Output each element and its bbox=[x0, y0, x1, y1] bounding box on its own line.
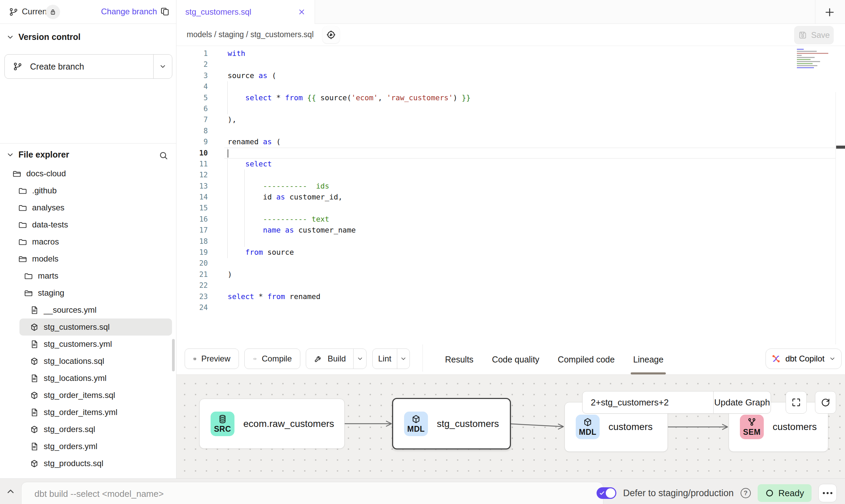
folder-open-icon bbox=[18, 254, 27, 264]
code-line[interactable]: 3source as ( bbox=[176, 70, 845, 81]
file-name: staging bbox=[38, 288, 64, 298]
file-tree-item[interactable]: models bbox=[0, 250, 176, 267]
file-tree-item[interactable]: data-tests bbox=[0, 216, 176, 233]
file-tree-item[interactable]: stg_customers.sql bbox=[19, 318, 172, 336]
file-tree-item[interactable]: macros bbox=[0, 233, 176, 250]
code-line[interactable]: 18 bbox=[176, 236, 845, 247]
command-bar-right: Defer to staging/production ? Ready bbox=[597, 482, 837, 504]
refresh-button[interactable] bbox=[815, 391, 836, 414]
file-tree-item[interactable]: stg_locations.yml bbox=[0, 370, 176, 387]
compile-button[interactable]: Compile bbox=[244, 349, 300, 369]
file-tree-item[interactable]: stg_locations.sql bbox=[0, 353, 176, 370]
code-line[interactable]: 2 bbox=[176, 59, 845, 70]
code-line[interactable]: 23select * from renamed bbox=[176, 291, 845, 302]
file-tree-item[interactable]: analyses bbox=[0, 199, 176, 216]
change-branch-link[interactable]: Change branch bbox=[101, 7, 157, 16]
build-caret[interactable] bbox=[354, 349, 366, 369]
code-line[interactable]: 11 select bbox=[176, 159, 845, 169]
file-name: docs-cloud bbox=[26, 169, 66, 178]
wrench-icon bbox=[314, 354, 323, 364]
file-tree-item[interactable]: stg_order_items.yml bbox=[0, 404, 176, 421]
tab-results[interactable]: Results bbox=[436, 344, 483, 374]
version-control-header[interactable]: Version control bbox=[6, 32, 81, 42]
code-line[interactable]: 9renamed as ( bbox=[176, 136, 845, 147]
code-line[interactable]: 7), bbox=[176, 114, 845, 125]
create-branch-main[interactable]: Create branch bbox=[5, 55, 154, 78]
build-main[interactable]: Build bbox=[306, 349, 354, 369]
search-icon[interactable] bbox=[158, 150, 169, 161]
close-icon[interactable] bbox=[298, 8, 306, 16]
scrollbar-marker[interactable] bbox=[836, 146, 845, 149]
save-button[interactable]: Save bbox=[794, 26, 834, 44]
code-line[interactable]: 16 ---------- text bbox=[176, 214, 845, 225]
dbt-copilot-label: dbt Copilot bbox=[785, 354, 825, 364]
file-tree-item[interactable]: stg_order_items.sql bbox=[0, 387, 176, 404]
code-line[interactable]: 17 name as customer_name bbox=[176, 225, 845, 236]
code-line[interactable]: 12 bbox=[176, 169, 845, 180]
tab-lineage[interactable]: Lineage bbox=[624, 344, 673, 374]
code-line[interactable]: 10 bbox=[176, 148, 845, 159]
code-line[interactable]: 21) bbox=[176, 269, 845, 280]
status-badge[interactable]: Ready bbox=[758, 484, 812, 502]
file-tree-item[interactable]: marts bbox=[0, 267, 176, 284]
command-input[interactable] bbox=[34, 482, 546, 504]
file-tree-item[interactable]: stg_orders.sql bbox=[0, 421, 176, 438]
tab-code-quality[interactable]: Code quality bbox=[483, 344, 548, 374]
tab-stg-customers-sql[interactable]: stg_customers.sql bbox=[176, 0, 315, 24]
file-tree-item[interactable]: docs-cloud bbox=[0, 165, 176, 182]
code-line[interactable]: 19 from source bbox=[176, 247, 845, 258]
fullscreen-button[interactable] bbox=[786, 391, 807, 414]
update-graph-button[interactable]: Update Graph bbox=[714, 391, 771, 413]
code-line[interactable]: 1with bbox=[176, 48, 845, 59]
create-branch-button[interactable]: Create branch bbox=[4, 54, 172, 79]
code-line[interactable]: 4 bbox=[176, 81, 845, 92]
code-line[interactable]: 22 bbox=[176, 280, 845, 291]
defer-label: Defer to staging/production bbox=[623, 488, 734, 499]
file-tree-item[interactable]: stg_customers.yml bbox=[0, 336, 176, 353]
dbt-copilot-button[interactable]: dbt Copilot bbox=[765, 349, 842, 369]
file-tree-item[interactable]: stg_orders.yml bbox=[0, 438, 176, 455]
build-button[interactable]: Build bbox=[306, 349, 367, 369]
code-lines[interactable]: 1with23source as (45 select * from {{ so… bbox=[176, 48, 845, 313]
cube-icon bbox=[583, 417, 593, 427]
lint-caret[interactable] bbox=[397, 349, 410, 369]
model-icon bbox=[30, 357, 39, 366]
lineage-selector-input[interactable] bbox=[583, 391, 714, 413]
preview-button[interactable]: Preview bbox=[185, 349, 239, 369]
create-branch-caret[interactable] bbox=[154, 55, 172, 78]
refresh-icon bbox=[820, 397, 831, 407]
file-tree-item[interactable]: __sources.yml bbox=[0, 301, 176, 318]
defer-toggle[interactable] bbox=[597, 487, 616, 499]
lineage-panel[interactable]: SRC ecom.raw_customers MDL stg_customers bbox=[176, 374, 845, 478]
file-tree-item[interactable]: staging bbox=[0, 284, 176, 301]
file-name: __sources.yml bbox=[44, 305, 97, 315]
code-line[interactable]: 24 bbox=[176, 302, 845, 313]
code-line[interactable]: 15 bbox=[176, 203, 845, 213]
chevron-up-icon[interactable] bbox=[5, 486, 16, 496]
copilot-compass-chip[interactable] bbox=[323, 26, 340, 43]
code-line[interactable]: 14 id as customer_id, bbox=[176, 192, 845, 203]
code-line[interactable]: 5 select * from {{ source('ecom', 'raw_c… bbox=[176, 92, 845, 103]
more-options-button[interactable] bbox=[818, 484, 837, 502]
file-tree-item[interactable]: .github bbox=[0, 182, 176, 199]
minimap[interactable] bbox=[797, 48, 835, 69]
lineage-node-stg-customers[interactable]: MDL stg_customers bbox=[392, 398, 511, 449]
lint-button[interactable]: Lint bbox=[372, 349, 410, 369]
tab-compiled-code[interactable]: Compiled code bbox=[548, 344, 624, 374]
file-tree-item[interactable]: stg_products.sql bbox=[0, 455, 176, 472]
node-label: customers bbox=[608, 421, 653, 432]
model-badge: MDL bbox=[576, 415, 600, 439]
code-line[interactable]: 13 ---------- ids bbox=[176, 181, 845, 192]
code-line[interactable]: 20 bbox=[176, 258, 845, 269]
file-explorer-header[interactable]: File explorer bbox=[6, 150, 69, 160]
lint-main[interactable]: Lint bbox=[373, 349, 397, 369]
file-name: data-tests bbox=[32, 220, 68, 229]
lineage-node-source[interactable]: SRC ecom.raw_customers bbox=[199, 399, 345, 449]
new-tab-plus-icon[interactable] bbox=[823, 6, 836, 18]
sidebar-scrollbar-thumb[interactable] bbox=[172, 339, 175, 371]
code-line[interactable]: 6 bbox=[176, 103, 845, 114]
copy-icon[interactable] bbox=[160, 6, 170, 17]
help-icon[interactable]: ? bbox=[741, 488, 751, 498]
code-line[interactable]: 8 bbox=[176, 125, 845, 136]
code-editor[interactable]: 1with23source as (45 select * from {{ so… bbox=[176, 46, 845, 344]
